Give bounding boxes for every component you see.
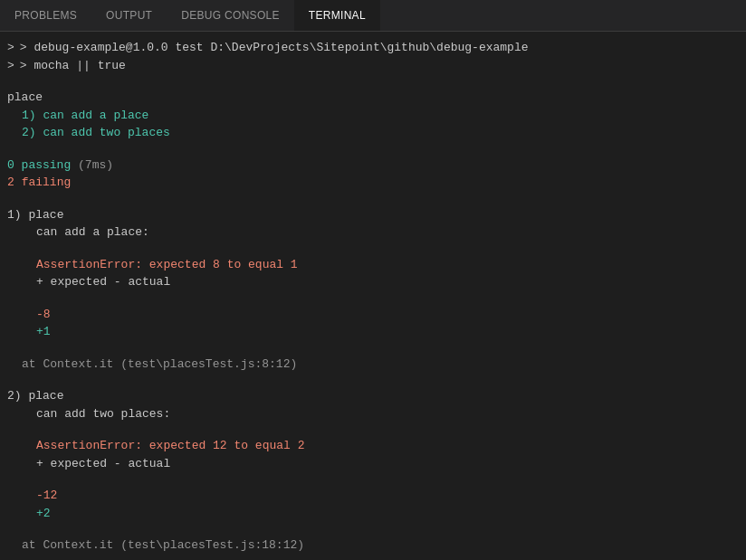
failure-2-diff-plus: +2: [7, 505, 746, 523]
suite-name: place: [7, 89, 746, 107]
failure-2-desc: can add two places:: [7, 405, 746, 423]
prompt-arrow-1: >: [7, 39, 14, 57]
tab-bar: PROBLEMS OUTPUT DEBUG CONSOLE TERMINAL: [0, 0, 746, 32]
failure-2-diff-minus: -12: [7, 487, 746, 505]
prompt-arrow-2: >: [7, 57, 14, 75]
failure-2-error: AssertionError: expected 12 to equal 2: [7, 437, 746, 455]
tab-terminal[interactable]: TERMINAL: [294, 0, 380, 31]
tab-problems[interactable]: PROBLEMS: [0, 0, 91, 31]
failure-2-expected-label: + expected - actual: [7, 455, 746, 473]
failure-1-header: 1) place: [7, 206, 746, 224]
terminal-body: > > debug-example@1.0.0 test D:\DevProje…: [0, 32, 746, 560]
test-2: 2) can add two places: [7, 124, 746, 142]
cmd-text-2: > mocha || true: [20, 57, 126, 75]
tab-output[interactable]: OUTPUT: [91, 0, 167, 31]
cmd-text-1: > debug-example@1.0.0 test D:\DevProject…: [20, 39, 529, 57]
failure-2-at: at Context.it (test\placesTest.js:18:12): [7, 536, 746, 555]
tab-debug-console[interactable]: DEBUG CONSOLE: [167, 0, 294, 31]
failing-line: 2 failing: [7, 174, 746, 192]
failure-1-error: AssertionError: expected 8 to equal 1: [7, 256, 746, 274]
failure-1-diff-plus: +1: [7, 323, 746, 341]
app-window: PROBLEMS OUTPUT DEBUG CONSOLE TERMINAL >…: [0, 0, 746, 560]
failure-2-header: 2) place: [7, 387, 746, 405]
failure-1-expected-label: + expected - actual: [7, 273, 746, 291]
test-1: 1) can add a place: [7, 107, 746, 125]
prompt-line-1: > > debug-example@1.0.0 test D:\DevProje…: [7, 39, 746, 57]
passing-line: 0 passing (7ms): [7, 157, 746, 175]
prompt-line-2: > > mocha || true: [7, 57, 746, 75]
failure-1-diff-minus: -8: [7, 306, 746, 324]
failure-1-desc: can add a place:: [7, 223, 746, 242]
failure-1-at: at Context.it (test\placesTest.js:8:12): [7, 356, 746, 374]
